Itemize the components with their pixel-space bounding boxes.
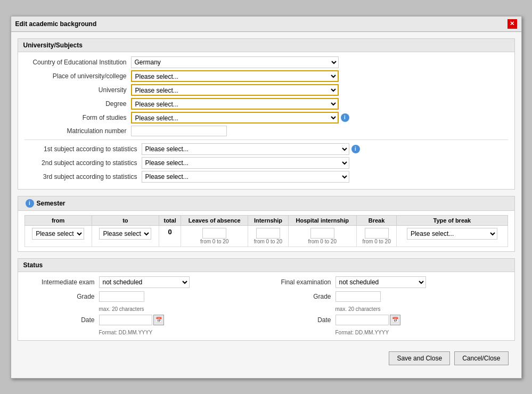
dialog-title: Edit academic background: [15, 20, 97, 28]
degree-select[interactable]: Please select...: [131, 98, 339, 110]
intermediate-grade-input[interactable]: [99, 291, 144, 302]
university-label: University: [24, 86, 131, 94]
final-date-row: Date 📅: [272, 315, 508, 325]
break-range: from 0 to 20: [360, 239, 393, 244]
leaves-range: from 0 to 20: [184, 239, 244, 244]
edit-academic-dialog: Edit academic background ✕ University/Su…: [11, 16, 522, 379]
final-date-input[interactable]: [335, 315, 389, 325]
subject1-info-icon[interactable]: i: [351, 145, 360, 153]
semester-section-header: i Semester: [18, 196, 514, 211]
title-bar: Edit academic background ✕: [11, 17, 521, 32]
cancel-close-button[interactable]: Cancel/Close: [454, 351, 508, 365]
final-date-label: Date: [272, 316, 335, 324]
intermediate-date-input[interactable]: [99, 315, 152, 325]
col-total-header: total: [159, 215, 181, 225]
final-exam-row: Final examination not scheduled: [272, 276, 508, 288]
final-calendar-icon[interactable]: 📅: [390, 315, 400, 325]
matric-label: Matriculation number: [24, 127, 131, 135]
country-label: Country of Educational Institution: [24, 59, 131, 66]
intermediate-exam-select[interactable]: not scheduled: [99, 276, 190, 288]
internship-range: from 0 to 20: [251, 239, 284, 244]
place-row: Place of university/college Please selec…: [24, 70, 508, 82]
status-two-col: Intermediate exam not scheduled Grade ma…: [24, 276, 508, 336]
final-grade-row: Grade: [272, 291, 508, 302]
subject2-row: 2nd subject according to statistics Plea…: [24, 157, 508, 169]
university-select[interactable]: Please select...: [131, 84, 339, 96]
leaves-cell: from 0 to 20: [181, 225, 248, 247]
col-leaves-header: Leaves of absence: [181, 215, 248, 225]
close-button[interactable]: ✕: [508, 19, 517, 29]
semester-section-title: Semester: [37, 200, 66, 207]
subject3-select[interactable]: Please select...: [142, 171, 349, 183]
subject1-label: 1st subject according to statistics: [24, 145, 142, 153]
subject3-label: 3rd subject according to statistics: [24, 173, 142, 180]
intermediate-col: Intermediate exam not scheduled Grade ma…: [24, 276, 261, 336]
intermediate-date-label: Date: [24, 316, 99, 324]
university-row: University Please select...: [24, 84, 508, 96]
hospital-input[interactable]: [310, 228, 334, 239]
final-grade-hint: max. 20 characters: [335, 306, 381, 312]
matric-input[interactable]: [131, 126, 227, 136]
final-grade-label: Grade: [272, 293, 335, 300]
subjects-divider: [24, 139, 508, 140]
internship-input[interactable]: [256, 228, 280, 239]
dialog-body: University/Subjects Country of Education…: [11, 32, 521, 378]
university-section-header: University/Subjects: [18, 39, 514, 52]
degree-row: Degree Please select...: [24, 98, 508, 110]
status-section-header: Status: [18, 259, 514, 272]
from-select[interactable]: Please select: [32, 228, 84, 240]
intermediate-grade-label: Grade: [24, 293, 99, 300]
hospital-range: from 0 to 20: [292, 239, 353, 244]
form-studies-select[interactable]: Please select...: [131, 112, 339, 124]
form-studies-info-icon[interactable]: i: [341, 113, 349, 122]
semester-section: i Semester from to total Leaves of absen…: [18, 196, 515, 252]
col-from-header: from: [24, 215, 92, 225]
from-cell: Please select: [24, 225, 92, 247]
final-date-hint: Format: DD.MM.YYYY: [335, 330, 389, 335]
col-internship-header: Internship: [248, 215, 288, 225]
intermediate-calendar-icon[interactable]: 📅: [153, 315, 164, 325]
final-exam-select[interactable]: not scheduled: [335, 276, 426, 288]
to-cell: Please select: [92, 225, 159, 247]
university-section-body: Country of Educational Institution Germa…: [18, 52, 514, 189]
intermediate-exam-label: Intermediate exam: [24, 278, 99, 286]
leaves-input[interactable]: [202, 228, 226, 239]
break-input[interactable]: [365, 228, 389, 239]
to-select[interactable]: Please select: [99, 228, 151, 240]
form-studies-label: Form of studies: [24, 114, 131, 121]
university-section-title: University/Subjects: [23, 42, 83, 49]
intermediate-date-hint: Format: DD.MM.YYYY: [99, 330, 153, 335]
intermediate-grade-hint: max. 20 characters: [99, 306, 144, 312]
intermediate-grade-row: Grade: [24, 291, 261, 302]
subject1-select[interactable]: Please select...: [142, 143, 349, 155]
break-cell: from 0 to 20: [356, 225, 396, 247]
matric-row: Matriculation number: [24, 126, 508, 136]
status-section: Status Intermediate exam not scheduled: [18, 258, 515, 341]
intermediate-date-row: Date 📅: [24, 315, 261, 325]
semester-table-wrapper: from to total Leaves of absence Internsh…: [18, 211, 514, 251]
subject3-row: 3rd subject according to statistics Plea…: [24, 171, 508, 183]
semester-data-row: Please select Please select 0: [24, 225, 508, 247]
col-type-break-header: Type of break: [397, 215, 508, 225]
subject2-select[interactable]: Please select...: [142, 157, 349, 169]
final-col: Final examination not scheduled Grade ma…: [272, 276, 508, 336]
col-break-header: Break: [356, 215, 396, 225]
country-row: Country of Educational Institution Germa…: [24, 56, 508, 68]
final-exam-label: Final examination: [272, 278, 335, 286]
place-label: Place of university/college: [24, 72, 131, 80]
place-select[interactable]: Please select...: [131, 70, 339, 82]
hospital-cell: from 0 to 20: [288, 225, 356, 247]
save-close-button[interactable]: Save and Close: [389, 351, 450, 365]
university-section: University/Subjects Country of Education…: [18, 38, 515, 190]
subject1-row: 1st subject according to statistics Plea…: [24, 143, 508, 155]
semester-info-icon[interactable]: i: [26, 199, 34, 208]
internship-cell: from 0 to 20: [248, 225, 288, 247]
semester-header-row: from to total Leaves of absence Internsh…: [24, 215, 508, 225]
total-value: 0: [168, 228, 171, 236]
col-hospital-header: Hospital internship: [288, 215, 356, 225]
dialog-footer: Save and Close Cancel/Close: [18, 347, 515, 372]
final-grade-input[interactable]: [335, 291, 381, 302]
country-select[interactable]: Germany: [131, 56, 339, 68]
status-section-title: Status: [23, 261, 43, 269]
type-break-select[interactable]: Please select...: [407, 228, 497, 240]
